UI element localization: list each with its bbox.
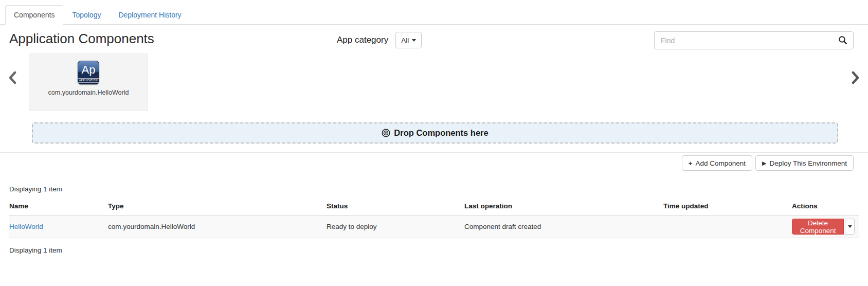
tab-topology-label[interactable]: Topology [63,5,110,25]
table-header-row: Name Type Status Last operation Time upd… [9,199,859,216]
add-component-label: Add Component [695,159,746,167]
page-title: Application Components [9,31,154,47]
target-icon [382,129,390,137]
application-icon-caption: APPLICATION [78,78,99,83]
carousel-next-button[interactable] [851,71,860,86]
page-header: Application Components App category All [0,25,868,53]
tab-deployment-history-label[interactable]: Deployment History [110,5,190,25]
column-header-time-updated: Time updated [663,199,792,216]
find-input[interactable] [654,31,854,49]
application-icon: Ap APPLICATION [78,61,99,84]
tab-components-label[interactable]: Components [5,5,63,25]
column-header-status: Status [327,199,464,216]
find-search [654,31,854,49]
carousel-prev-button[interactable] [8,71,17,86]
item-count-bottom: Displaying 1 item [9,246,868,254]
tab-components[interactable]: Components [5,5,63,25]
component-card-label: com.yourdomain.HelloWorld [48,89,129,96]
play-icon: ▶ [762,160,766,166]
deploy-environment-label: Deploy This Environment [769,159,847,167]
chevron-left-icon [8,71,17,84]
item-count-top: Displaying 1 item [9,185,868,193]
drop-zone-content: Drop Components here [382,128,488,138]
tab-deployment-history[interactable]: Deployment History [110,5,190,25]
app-category-value: All [401,37,409,44]
drop-zone-label: Drop Components here [394,128,488,138]
column-header-name: Name [9,199,108,216]
plus-icon: + [689,160,693,167]
column-header-type: Type [108,199,327,216]
drop-components-zone[interactable]: Drop Components here [32,122,838,144]
component-last-operation-cell: Component draft created [464,216,663,238]
deploy-environment-button[interactable]: ▶ Deploy This Environment [755,155,854,171]
component-type-cell: com.yourdomain.HelloWorld [108,216,327,238]
column-header-actions: Actions [792,199,859,216]
app-category-group: App category All [337,32,422,48]
caret-down-icon [848,225,852,228]
tab-bar: Components Topology Deployment History [0,5,868,25]
tab-topology[interactable]: Topology [63,5,110,25]
component-card[interactable]: Ap APPLICATION com.yourdomain.HelloWorld [29,53,148,111]
delete-component-button[interactable]: Delete Component [792,219,844,235]
column-header-last-operation: Last operation [464,199,663,216]
chevron-right-icon [851,71,860,84]
app-category-label: App category [337,35,388,45]
component-name-link[interactable]: HelloWorld [9,223,43,230]
app-category-dropdown[interactable]: All [395,32,422,48]
components-table: Name Type Status Last operation Time upd… [9,199,859,238]
search-icon[interactable] [838,35,847,47]
component-time-updated-cell [663,216,792,238]
row-actions-group: Delete Component [792,219,855,235]
component-carousel: Ap APPLICATION com.yourdomain.HelloWorld [0,53,868,114]
component-status-cell: Ready to deploy [327,216,464,238]
add-component-button[interactable]: + Add Component [682,155,752,171]
caret-down-icon [412,39,416,42]
environment-actions: + Add Component ▶ Deploy This Environmen… [0,153,868,173]
row-actions-dropdown-toggle[interactable] [845,219,855,235]
application-icon-letters: Ap [82,62,96,78]
table-row: HelloWorld com.yourdomain.HelloWorld Rea… [9,216,859,238]
